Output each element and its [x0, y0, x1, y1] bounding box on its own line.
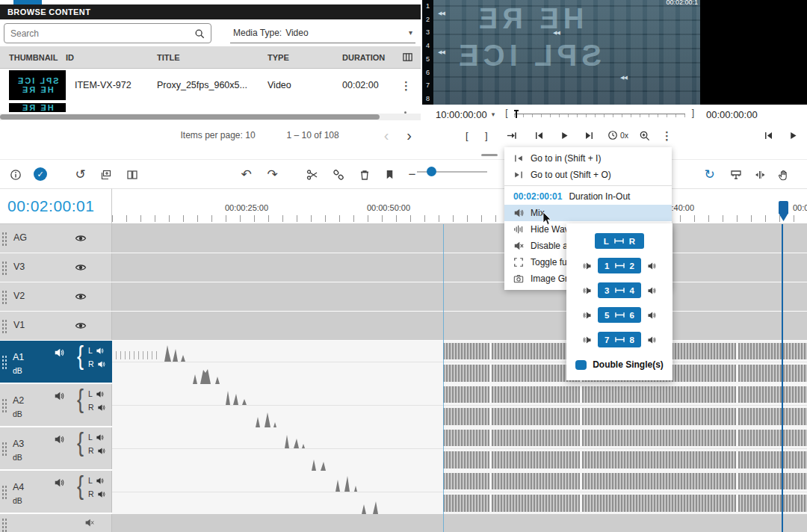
timecode-dropdown-icon[interactable]: ▾ — [492, 111, 495, 118]
source-timecode[interactable]: 10:00:00:00 — [436, 109, 487, 120]
media-type-select[interactable]: Media Type: Video ▾ — [230, 23, 415, 43]
audio-clip[interactable] — [738, 473, 807, 489]
cut-icon[interactable] — [306, 168, 318, 181]
hand-tool-icon[interactable] — [777, 168, 790, 181]
audio-clip[interactable] — [443, 495, 489, 512]
speaker-icon[interactable] — [54, 391, 64, 401]
play-icon[interactable] — [560, 124, 569, 146]
mark-out-button[interactable]: ] — [485, 124, 488, 146]
audio-clip[interactable] — [492, 408, 580, 425]
speaker-icon[interactable] — [54, 434, 64, 445]
rotate-ccw-icon[interactable]: ↺ — [74, 168, 87, 181]
drag-handle-icon[interactable] — [1, 319, 7, 334]
menu-item-go-to-in[interactable]: Go to in (Shift + I) — [504, 150, 672, 167]
speaker-icon[interactable] — [583, 311, 592, 320]
audio-clip[interactable] — [582, 408, 736, 425]
previous-frame-icon[interactable] — [764, 124, 773, 146]
playhead-line[interactable] — [782, 224, 783, 532]
speaker-icon[interactable] — [583, 262, 592, 270]
speaker-icon[interactable] — [97, 360, 105, 368]
audio-clip[interactable] — [738, 386, 807, 403]
audio-clip[interactable] — [443, 343, 489, 359]
timeline-ruler[interactable]: 00:00:25:00 00:00:50:00 00:01:15:00 00:0… — [112, 188, 807, 224]
zoom-in-icon[interactable] — [639, 124, 650, 146]
speaker-icon[interactable] — [97, 447, 105, 455]
speaker-icon[interactable] — [97, 403, 105, 412]
scrollbar-thumb[interactable] — [0, 114, 380, 120]
playback-speed-control[interactable]: 0x — [607, 124, 628, 146]
previous-page-icon[interactable]: ‹ — [375, 128, 398, 143]
track-header-a4[interactable]: A4 dB { L R — [0, 471, 112, 513]
info-icon[interactable] — [9, 168, 22, 181]
redo-icon[interactable]: ↷ — [266, 168, 279, 181]
menu-item-mix[interactable]: Mix — [504, 205, 672, 221]
audio-clip[interactable] — [582, 495, 736, 512]
audio-clip[interactable] — [738, 451, 807, 468]
column-duration[interactable]: DURATION — [342, 53, 389, 62]
program-video-viewport[interactable] — [700, 0, 807, 105]
program-timecode[interactable]: 00:00:00:00 — [706, 109, 758, 120]
db-label[interactable]: dB — [13, 496, 22, 505]
audio-clip[interactable] — [492, 495, 580, 512]
column-settings-icon[interactable] — [402, 52, 413, 63]
double-singles-toggle-icon[interactable] — [575, 360, 587, 370]
db-label[interactable]: dB — [13, 409, 22, 418]
video-track-row[interactable]: V2 — [0, 282, 807, 312]
mark-in-button[interactable]: [ — [466, 124, 469, 146]
player-kebab-menu-icon[interactable]: ⋮ — [661, 124, 672, 146]
audio-clip[interactable] — [582, 386, 736, 403]
audio-clip[interactable] — [582, 430, 736, 446]
video-track-row[interactable]: V1 — [0, 312, 807, 341]
render-refresh-icon[interactable]: ↻ — [703, 168, 716, 181]
speaker-icon[interactable] — [647, 286, 656, 295]
speaker-icon[interactable] — [96, 390, 104, 398]
approve-toggle-icon[interactable]: ✓ — [34, 167, 47, 181]
track-header-a3[interactable]: A3 dB { L R — [0, 427, 112, 469]
play-in-to-out-icon[interactable] — [506, 124, 517, 146]
drag-handle-icon[interactable] — [1, 261, 7, 276]
mix-pair-button-34[interactable]: 3 4 — [598, 282, 641, 298]
audio-clip[interactable] — [443, 386, 489, 403]
undo-icon[interactable]: ↶ — [240, 168, 253, 181]
partial-track-row[interactable] — [0, 514, 807, 532]
track-header-ag[interactable]: AG — [0, 224, 112, 253]
video-track-row[interactable]: AG — [0, 224, 807, 253]
audio-clip[interactable] — [582, 473, 736, 489]
audio-clip[interactable] — [492, 473, 580, 489]
drag-handle-icon[interactable] — [1, 398, 7, 413]
audio-clip[interactable] — [443, 408, 489, 425]
audio-clip[interactable] — [492, 430, 580, 446]
drag-handle-icon[interactable] — [1, 355, 7, 370]
track-header-v3[interactable]: V3 — [0, 253, 112, 282]
source-video-viewport[interactable]: 1 2 3 4 5 6 7 8 HE RE SPL ICE ◀◀ ◀◀ ◀◀ ◀… — [422, 0, 700, 105]
divider-drag-handle[interactable] — [481, 154, 498, 156]
seek-position-marker[interactable] — [516, 110, 517, 118]
track-content[interactable] — [112, 312, 807, 340]
speaker-muted-icon[interactable] — [84, 518, 94, 528]
unlink-icon[interactable] — [332, 168, 344, 181]
table-row[interactable]: SPL ICE HE RE ITEM-VX-972 Proxy_25fps_96… — [0, 69, 421, 102]
mix-pair-button-12[interactable]: 1 2 — [598, 258, 641, 273]
row-kebab-menu-icon[interactable]: ⋮ — [401, 80, 412, 91]
drag-handle-icon[interactable] — [1, 232, 7, 247]
mix-pair-button-78[interactable]: 7 8 — [598, 332, 641, 347]
audio-clip[interactable] — [443, 365, 489, 382]
next-page-icon[interactable]: › — [398, 128, 421, 143]
add-layer-icon[interactable] — [99, 168, 112, 181]
audio-clip[interactable] — [492, 451, 580, 468]
track-header-partial[interactable] — [0, 514, 112, 532]
speaker-icon[interactable] — [96, 477, 104, 485]
marker-icon[interactable] — [383, 168, 396, 181]
razor-tool-icon[interactable] — [729, 168, 742, 181]
column-title[interactable]: TITLE — [157, 53, 268, 62]
items-per-page[interactable]: Items per page: 10 — [181, 130, 256, 140]
speaker-icon[interactable] — [54, 477, 64, 488]
speaker-icon[interactable] — [583, 286, 592, 295]
speaker-icon[interactable] — [583, 335, 592, 344]
audio-clip[interactable] — [443, 473, 489, 489]
column-thumbnail[interactable]: THUMBNAIL — [0, 53, 66, 62]
speaker-icon[interactable] — [97, 490, 105, 498]
track-content[interactable] — [112, 282, 807, 311]
drag-handle-icon[interactable] — [1, 518, 7, 532]
speaker-icon[interactable] — [54, 347, 64, 358]
